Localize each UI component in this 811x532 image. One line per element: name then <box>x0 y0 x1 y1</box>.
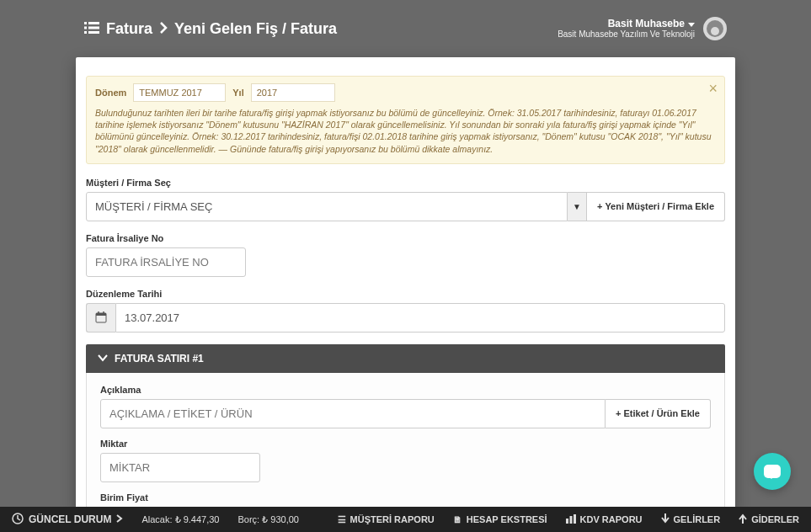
date-input[interactable] <box>115 303 725 332</box>
customer-select[interactable]: MÜŞTERİ / FİRMA SEÇ <box>86 192 568 221</box>
arrow-up-icon <box>739 513 747 525</box>
qty-input[interactable] <box>100 453 260 482</box>
nav-hesap-ekstresi[interactable]: 🗎HESAP EKSTRESİ <box>453 514 547 524</box>
svg-rect-12 <box>569 516 572 524</box>
status-heading[interactable]: GÜNCEL DURUM <box>12 513 123 527</box>
user-menu[interactable]: Basit Muhasebe Basit Muhasebe Yazılım Ve… <box>558 17 727 40</box>
chevron-right-icon <box>116 513 123 525</box>
arrow-down-icon <box>661 513 670 525</box>
price-label: Birim Fiyat <box>100 492 711 503</box>
yil-input[interactable] <box>251 83 335 102</box>
yil-label: Yıl <box>232 88 243 98</box>
plus-icon: + <box>597 201 602 211</box>
line-box: Açıklama +Etiket / Ürün Ekle Miktar Biri… <box>86 373 725 512</box>
top-header: Fatura Yeni Gelen Fiş / Fatura Basit Muh… <box>0 0 811 57</box>
status-borc: Borç: ₺ 930,00 <box>237 514 298 525</box>
period-alert: × Dönem Yıl Bulunduğunuz tarihten ileri … <box>86 76 725 164</box>
invoice-no-row: Fatura İrsaliye No <box>86 233 725 277</box>
status-alacak: Alacak: ₺ 9.447,30 <box>141 514 219 525</box>
main-panel: × Dönem Yıl Bulunduğunuz tarihten ileri … <box>76 57 735 512</box>
nav-giderler[interactable]: GİDERLER <box>739 513 799 525</box>
date-row: Düzenleme Tarihi <box>86 289 725 332</box>
svg-rect-3 <box>88 26 99 29</box>
clock-icon <box>12 513 24 527</box>
invoice-no-input[interactable] <box>86 247 246 277</box>
chevron-down-icon <box>98 353 108 364</box>
donem-input[interactable] <box>133 83 226 102</box>
nav-musteri-raporu[interactable]: ☰MÜŞTERİ RAPORU <box>338 514 435 525</box>
user-name: Basit Muhasebe <box>608 18 685 29</box>
svg-rect-0 <box>84 22 87 24</box>
invoice-no-label: Fatura İrsaliye No <box>86 233 725 243</box>
svg-rect-4 <box>84 31 87 34</box>
user-text: Basit Muhasebe Basit Muhasebe Yazılım Ve… <box>558 18 695 40</box>
customer-row: Müşteri / Firma Seç MÜŞTERİ / FİRMA SEÇ … <box>86 178 725 221</box>
chevron-down-icon <box>688 23 695 27</box>
svg-rect-13 <box>574 514 576 524</box>
line-header[interactable]: FATURA SATIRI #1 <box>86 344 725 373</box>
chevron-down-icon[interactable]: ▼ <box>568 192 587 221</box>
close-icon[interactable]: × <box>708 80 718 98</box>
svg-rect-2 <box>84 26 87 29</box>
breadcrumb: Fatura Yeni Gelen Fiş / Fatura <box>84 20 337 38</box>
avatar[interactable] <box>703 17 727 40</box>
svg-rect-5 <box>88 31 99 34</box>
chart-icon <box>566 514 576 525</box>
chat-button[interactable] <box>754 453 791 490</box>
nav-gelirler[interactable]: GELİRLER <box>661 513 721 525</box>
list-icon <box>84 20 99 38</box>
desc-label: Açıklama <box>100 385 711 395</box>
date-label: Düzenleme Tarihi <box>86 289 725 299</box>
calendar-icon[interactable] <box>86 303 115 332</box>
status-bar: GÜNCEL DURUM Alacak: ₺ 9.447,30 Borç: ₺ … <box>0 507 811 532</box>
nav-kdv-raporu[interactable]: KDV RAPORU <box>566 514 643 525</box>
breadcrumb-page: Yeni Gelen Fiş / Fatura <box>174 20 337 38</box>
svg-rect-1 <box>88 22 99 24</box>
add-label-button[interactable]: +Etiket / Ürün Ekle <box>606 399 711 428</box>
chevron-right-icon <box>159 22 168 36</box>
svg-rect-7 <box>96 313 106 316</box>
svg-rect-11 <box>566 519 568 524</box>
donem-label: Dönem <box>95 88 126 98</box>
alert-text: Bulunduğunuz tarihten ileri bir tarihe f… <box>95 107 716 155</box>
qty-label: Miktar <box>100 439 711 449</box>
line-header-title: FATURA SATIRI #1 <box>115 353 204 364</box>
plus-icon: + <box>616 408 621 418</box>
add-customer-button[interactable]: +Yeni Müşteri / Firma Ekle <box>587 192 725 221</box>
list-icon: ☰ <box>338 514 346 525</box>
breadcrumb-section[interactable]: Fatura <box>106 20 152 38</box>
chat-icon <box>764 465 781 478</box>
desc-input[interactable] <box>100 399 606 428</box>
user-subtitle: Basit Muhasebe Yazılım Ve Teknoloji <box>558 29 695 40</box>
document-icon: 🗎 <box>453 514 462 524</box>
customer-label: Müşteri / Firma Seç <box>86 178 725 188</box>
